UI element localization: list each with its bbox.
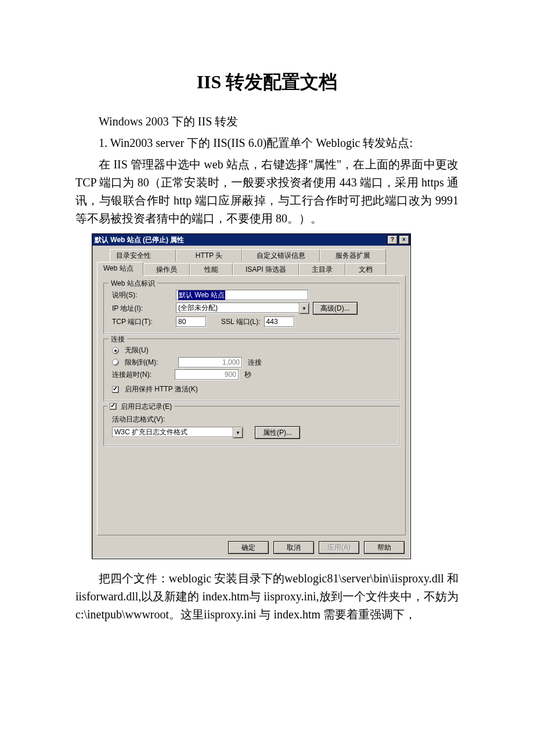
radio-unlimited-label: 无限(U) <box>125 345 149 355</box>
dialog-titlebar: 默认 Web 站点 (已停止) 属性 ? × <box>92 234 410 246</box>
tab-operators[interactable]: 操作员 <box>143 263 190 276</box>
log-format-label: 活动日志格式(V): <box>112 415 165 424</box>
chevron-down-icon[interactable]: ▼ <box>233 427 243 438</box>
help-button-footer[interactable]: 帮助 <box>364 541 405 554</box>
chevron-down-icon[interactable]: ▼ <box>299 303 309 314</box>
tcp-port-field[interactable]: 80 <box>176 316 206 327</box>
check-enable-log[interactable] <box>110 403 117 410</box>
titlebar-buttons: ? × <box>387 235 409 244</box>
check-enable-log-label: 启用日志记录(E) <box>121 402 172 411</box>
row-log-format-label: 活动日志格式(V): <box>112 415 393 424</box>
dialog-title: 默认 Web 站点 (已停止) 属性 <box>95 235 184 245</box>
advanced-button[interactable]: 高级(D)... <box>313 302 358 315</box>
row-log-format: W3C 扩充日志文件格式 ▼ 属性(P)... <box>112 426 393 439</box>
timeout-field[interactable]: 900 <box>175 369 239 380</box>
tab-dir-security[interactable]: 目录安全性 <box>110 249 176 262</box>
tab-row-front: Web 站点 操作员 性能 ISAPI 筛选器 主目录 文档 <box>97 262 406 276</box>
limit-suffix: 连接 <box>248 358 262 368</box>
tab-performance[interactable]: 性能 <box>190 263 233 276</box>
tab-documents[interactable]: 文档 <box>345 263 386 276</box>
apply-button[interactable]: 应用(A) <box>319 541 359 554</box>
group-conn-legend: 连接 <box>109 334 127 344</box>
close-button[interactable]: × <box>399 235 409 244</box>
website-tab-panel: Web 站点标识 说明(S): 默认 Web 站点 IP 地址(I): (全部未… <box>97 275 406 535</box>
ssl-port-label: SSL 端口(L): <box>221 317 261 327</box>
timeout-label: 连接超时(N): <box>112 370 171 380</box>
help-button[interactable]: ? <box>387 235 398 244</box>
document-page: www.bdocx.com IIS 转发配置文档 Windows 2003 下的… <box>0 0 534 756</box>
dialog-screenshot: 默认 Web 站点 (已停止) 属性 ? × 目录安全性 HTTP 头 自定义错… <box>92 233 459 559</box>
radio-limit-label: 限制到(M): <box>125 358 175 368</box>
dialog-footer: 确定 取消 应用(A) 帮助 <box>92 538 410 559</box>
tab-isapi[interactable]: ISAPI 筛选器 <box>233 263 299 276</box>
properties-dialog: 默认 Web 站点 (已停止) 属性 ? × 目录安全性 HTTP 头 自定义错… <box>92 233 411 559</box>
tab-website[interactable]: Web 站点 <box>97 262 143 276</box>
check-keepalive[interactable] <box>112 386 119 393</box>
tabs-area: 目录安全性 HTTP 头 自定义错误信息 服务器扩展 Web 站点 操作员 性能… <box>92 246 410 538</box>
ip-label: IP 地址(I): <box>112 304 172 314</box>
log-properties-button[interactable]: 属性(P)... <box>255 426 300 439</box>
tcp-port-label: TCP 端口(T): <box>112 317 172 327</box>
timeout-suffix: 秒 <box>244 370 251 380</box>
paragraph-4: 把四个文件：weblogic 安装目录下的weblogic81\server\b… <box>75 570 459 624</box>
row-description: 说明(S): 默认 Web 站点 <box>112 290 393 300</box>
ok-button[interactable]: 确定 <box>228 541 269 554</box>
group-logging: 启用日志记录(E) 活动日志格式(V): W3C 扩充日志文件格式 ▼ 属性(P… <box>103 406 399 446</box>
group-log-legend: 启用日志记录(E) <box>107 402 174 412</box>
group-connections: 连接 无限(U) 限制到(M): 1,000 连接 连接超时(N): <box>103 339 399 401</box>
document-title: IIS 转发配置文档 <box>75 70 459 95</box>
description-label: 说明(S): <box>112 290 172 300</box>
row-ports: TCP 端口(T): 80 SSL 端口(L): 443 <box>112 316 393 327</box>
ip-value: (全部未分配) <box>176 303 299 313</box>
limit-field[interactable]: 1,000 <box>178 357 242 368</box>
row-limit: 限制到(M): 1,000 连接 <box>112 357 393 368</box>
paragraph-2: 1. Win2003 server 下的 IIS(IIS 6.0)配置单个 We… <box>75 134 459 152</box>
tab-custom-errors[interactable]: 自定义错误信息 <box>242 249 320 262</box>
paragraph-1: Windows 2003 下的 IIS 转发 <box>75 113 459 131</box>
tab-server-ext[interactable]: 服务器扩展 <box>320 249 386 262</box>
ssl-port-field[interactable]: 443 <box>264 316 294 327</box>
description-field[interactable]: 默认 Web 站点 <box>176 290 308 300</box>
row-unlimited: 无限(U) <box>112 345 393 355</box>
cancel-button[interactable]: 取消 <box>273 541 314 554</box>
check-keepalive-label: 启用保持 HTTP 激活(K) <box>125 384 198 394</box>
group-id-legend: Web 站点标识 <box>109 279 157 289</box>
group-identification: Web 站点标识 说明(S): 默认 Web 站点 IP 地址(I): (全部未… <box>103 283 399 334</box>
row-keepalive: 启用保持 HTTP 激活(K) <box>112 384 393 394</box>
radio-limit[interactable] <box>112 359 119 366</box>
radio-unlimited[interactable] <box>112 347 119 354</box>
ip-select[interactable]: (全部未分配) ▼ <box>176 303 309 314</box>
log-format-select[interactable]: W3C 扩充日志文件格式 ▼ <box>112 427 243 438</box>
row-timeout: 连接超时(N): 900 秒 <box>112 369 393 380</box>
tab-http-headers[interactable]: HTTP 头 <box>176 249 242 262</box>
paragraph-3: 在 IIS 管理器中选中 web 站点，右键选择"属性"，在上面的界面中更改 T… <box>75 156 459 228</box>
row-ip: IP 地址(I): (全部未分配) ▼ 高级(D)... <box>112 302 393 315</box>
tab-row-back: 目录安全性 HTTP 头 自定义错误信息 服务器扩展 <box>110 249 406 262</box>
log-format-value: W3C 扩充日志文件格式 <box>112 427 233 437</box>
tab-home-dir[interactable]: 主目录 <box>299 263 345 276</box>
